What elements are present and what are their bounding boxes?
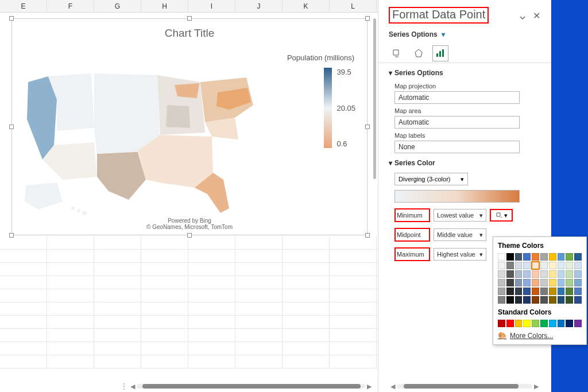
tab-effects-icon[interactable] [411,45,427,61]
column-header[interactable]: E [0,0,47,12]
color-swatch[interactable] [540,262,548,269]
scroll-right-icon[interactable]: ▶ [365,383,373,390]
gradient-preview[interactable] [394,190,520,203]
color-swatch[interactable] [523,253,531,261]
color-swatch[interactable] [558,288,565,295]
series-options-section-header[interactable]: ▾Series Options [389,63,540,79]
color-swatch[interactable] [574,262,582,269]
series-color-section-header[interactable]: ▾Series Color [389,153,540,169]
scrollbar-thumb[interactable] [404,384,519,389]
color-swatch[interactable] [549,262,556,269]
color-swatch[interactable] [566,262,573,269]
color-swatch[interactable] [523,270,531,278]
state-block-plains[interactable] [94,73,160,154]
state-il[interactable] [166,105,190,128]
map-chart-plot[interactable] [22,65,264,220]
scroll-right-icon[interactable]: ▶ [532,383,540,390]
color-swatch[interactable] [566,288,573,295]
color-swatch[interactable] [506,262,514,269]
chart-title[interactable]: Chart Title [12,19,367,42]
horizontal-scrollbar-panel[interactable]: ◀ ▶ [389,382,540,391]
column-header[interactable]: G [94,0,141,12]
color-swatch[interactable] [574,288,582,295]
panel-subtitle[interactable]: Series Options ▾ [378,27,551,41]
color-swatch[interactable] [558,270,565,278]
state-hi[interactable] [71,207,75,210]
vertical-scrollbar[interactable] [373,18,376,179]
color-swatch[interactable] [549,270,556,278]
resize-handle[interactable] [365,16,370,21]
color-swatch[interactable] [532,262,539,269]
state-ak[interactable] [25,183,63,209]
sheet-drag-handle-icon[interactable]: ⋮ [121,382,126,390]
state-ca[interactable] [27,76,57,160]
color-swatch[interactable] [558,262,565,269]
color-swatch[interactable] [523,296,531,304]
state-tx[interactable] [97,151,146,200]
horizontal-scrollbar-worksheet[interactable]: ⋮ ◀ ▶ [121,382,373,391]
color-swatch[interactable] [515,296,523,304]
color-swatch[interactable] [532,253,539,261]
color-swatch[interactable] [498,253,505,261]
color-swatch[interactable] [506,296,514,304]
color-swatch[interactable] [506,320,514,327]
color-swatch[interactable] [574,270,582,278]
color-swatch[interactable] [549,296,556,304]
map-area-select[interactable]: Automatic [394,116,520,129]
color-swatch[interactable] [515,320,523,327]
column-header[interactable]: L [330,0,377,12]
midpoint-value-select[interactable]: Middle value▾ [434,228,486,241]
color-swatch[interactable] [515,253,523,261]
color-swatch[interactable] [549,320,556,327]
color-swatch[interactable] [558,320,565,327]
color-swatch[interactable] [515,262,523,269]
color-swatch[interactable] [498,270,505,278]
resize-handle[interactable] [365,125,370,129]
color-swatch[interactable] [515,288,523,295]
column-header[interactable]: F [47,0,94,12]
color-swatch[interactable] [549,288,556,295]
color-swatch[interactable] [566,320,573,327]
color-swatch[interactable] [506,288,514,295]
color-swatch[interactable] [523,288,531,295]
color-swatch[interactable] [523,262,531,269]
resize-handle[interactable] [9,16,14,21]
scrollbar-thumb[interactable] [142,384,361,389]
color-swatch[interactable] [498,262,505,269]
color-swatch[interactable] [532,270,539,278]
resize-handle[interactable] [9,125,14,129]
color-swatch[interactable] [532,296,539,304]
grid-cells[interactable] [0,236,378,372]
color-swatch[interactable] [566,296,573,304]
resize-handle[interactable] [187,16,192,21]
color-swatch[interactable] [540,288,548,295]
close-icon[interactable]: ✕ [533,10,540,21]
color-swatch[interactable] [558,279,565,286]
color-swatch[interactable] [506,279,514,286]
color-swatch[interactable] [540,320,548,327]
color-swatch[interactable] [506,253,514,261]
chart-object[interactable]: Chart Title Population (millions) 39.5 2… [11,18,368,235]
color-swatch[interactable] [515,270,523,278]
color-swatch[interactable] [506,270,514,278]
color-swatch[interactable] [540,296,548,304]
color-swatch[interactable] [540,279,548,286]
color-swatch[interactable] [523,279,531,286]
color-swatch[interactable] [558,253,565,261]
color-swatch[interactable] [498,296,505,304]
chart-legend[interactable]: Population (millions) 39.5 20.05 0.6 [269,53,355,148]
color-type-select[interactable]: Diverging (3-color)▾ [394,173,468,185]
state-mi[interactable] [175,83,199,98]
tab-series-options-icon[interactable] [432,45,448,61]
color-swatch[interactable] [498,288,505,295]
color-swatch[interactable] [566,253,573,261]
column-header[interactable]: I [188,0,235,12]
color-swatch[interactable] [532,288,539,295]
map-labels-select[interactable]: None [394,141,520,153]
tab-fill-icon[interactable] [389,45,405,61]
collapse-icon[interactable] [520,10,525,24]
color-swatch[interactable] [532,320,539,327]
more-colors-link[interactable]: 🎨 More Colors... [498,332,582,340]
color-swatch[interactable] [558,296,565,304]
color-swatch[interactable] [540,270,548,278]
